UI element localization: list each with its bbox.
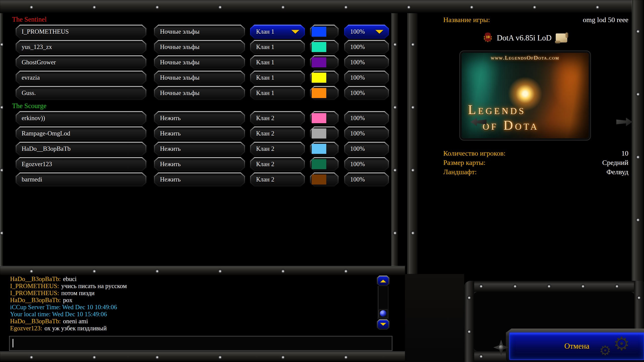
gear-icon: ⚙10 [483,32,493,43]
player-color-swatch [312,57,326,67]
player-name-slot: Guss. [16,86,146,100]
player-color-button [310,142,339,156]
map-size-value: Средний [602,158,628,167]
chat-line-system: Your local time: Wed Dec 10 15:49:06 [10,311,372,318]
map-preview-frame: www.LegendsOfDota.com Legends of Dota [459,51,591,141]
player-race-slot: Нежить [154,157,245,171]
map-info-block: Количество игроков: 10 Размер карты: Сре… [418,149,632,176]
chat-line: I_PROMETHEUS:потом пизди [10,290,372,297]
chat-line: I_PROMETHEUS:учись писать на русском [10,283,372,290]
gear-decoration-icon: ⚙ [613,333,630,354]
player-row: Egozver123 Нежить Клан 2 100% [10,157,390,171]
handicap-slot: 100% [344,111,389,125]
player-row: barmedi Нежить Клан 2 100% [10,172,390,187]
player-color-button [310,71,339,85]
player-name-slot: evrazia [16,71,146,85]
player-count-label: Количество игроков: [443,149,505,158]
handicap-slot: 100% [344,55,389,69]
map-preview-title-line2: of Dota [483,118,539,133]
player-color-swatch [312,27,326,37]
team-slot: Клан 2 [250,126,305,141]
terrain-row: Ландшафт: Фелвуд [418,167,632,176]
team-slot: Клан 1 [250,55,305,69]
player-race-slot: Ночные эльфы [154,55,245,69]
chat-input[interactable] [9,336,392,351]
player-name-slot: HaDo__B3opBaTb [16,142,146,156]
scrollbar-orb [380,310,386,317]
map-size-row: Размер карты: Средний [418,158,632,167]
handicap-dropdown[interactable]: 100% [344,25,389,39]
handicap-slot: 100% [344,86,389,100]
gear-decoration-icon: ⚙ [599,343,611,358]
game-info-panel: Название игры: omg lod 50 reee ⚙10 DotA … [418,15,632,176]
handicap-slot: 100% [344,172,389,187]
top-frame-bar [0,0,644,13]
handicap-slot: 100% [344,142,389,156]
player-row: yus_123_zx Ночные эльфы Клан 1 100% [10,40,390,54]
chevron-down-icon [375,30,383,34]
player-color-button [310,40,339,54]
map-size-label: Размер карты: [443,158,486,167]
chevron-down-icon [291,30,299,34]
team-dropdown[interactable]: Клан 1 [250,25,305,39]
player-race-slot: Нежить [154,142,245,156]
player-name-slot: Egozver123 [16,157,146,171]
game-name-row: Название игры: omg lod 50 reee [418,15,632,24]
text-cursor [13,339,13,347]
terrain-value: Фелвуд [607,167,628,176]
panel-top-rivets [464,281,644,292]
handicap-slot: 100% [344,157,389,171]
map-preview-url-text: www.LegendsOfDota.com [462,55,589,61]
player-color-button [310,55,339,69]
player-row: Guss. Ночные эльфы Клан 1 100% [10,86,390,100]
player-race-slot: Ночные эльфы [154,86,245,100]
player-name-slot: barmedi [16,172,146,187]
map-title: DotA v6.85i LoD [497,33,552,42]
player-color-swatch [312,159,326,169]
team-slot: Клан 2 [250,157,305,171]
chat-scrollbar[interactable] [377,276,389,330]
chat-line: HaDo__B3opBaTb:pox [10,297,372,304]
team-header-scourge: The Scourge [10,102,390,111]
cancel-panel-frame: Отмена ⚙ ⚙ [464,281,644,362]
player-name-slot: yus_123_zx [16,40,146,54]
player-count-row: Количество игроков: 10 [418,149,632,158]
chat-line: Egozver123:ох уж узбек пиздливый [10,325,372,332]
player-color-swatch [312,113,326,123]
scroll-down-button[interactable] [377,319,389,330]
panel-left-rivets [464,281,474,362]
player-race-slot: Ночные эльфы [154,25,245,39]
player-row: erkinov)) Нежить Клан 2 100% [10,111,390,125]
bottom-middle-filler [405,274,464,362]
team-slot: Клан 2 [250,172,305,187]
player-count-value: 10 [621,149,628,158]
team-slot: Клан 1 [250,40,305,54]
chat-line: HaDo__B3opBaTb:ebuci [10,276,372,283]
team-slot: Клан 1 [250,86,305,100]
team-slot: Клан 2 [250,142,305,156]
map-title-row: ⚙10 DotA v6.85i LoD [418,31,632,45]
cancel-panel-interior: Отмена ⚙ ⚙ [474,292,634,351]
player-row: GhostGrower Ночные эльфы Клан 1 100% [10,55,390,69]
handicap-slot: 100% [344,126,389,141]
player-row: I_PROMETHEUS Ночные эльфы Клан 1 100% [10,25,390,39]
player-name-slot: Rampage-OmgLod [16,126,146,141]
player-color-swatch [312,174,326,185]
chat-line-system: iCCup Server Time: Wed Dec 10 10:49:06 [10,304,372,311]
map-preview-title-line1: Legends [468,102,526,117]
team-slot: Клан 1 [250,71,305,85]
player-color-button [310,86,339,100]
player-color-button[interactable] [310,25,339,39]
player-race-slot: Нежить [154,111,245,125]
team-slot: Клан 2 [250,111,305,125]
scroll-up-button[interactable] [377,276,389,286]
player-row: Rampage-OmgLod Нежить Клан 2 100% [10,126,390,141]
handicap-slot: 100% [344,40,389,54]
player-race-slot: Нежить [154,172,245,187]
player-name-slot: GhostGrower [16,55,146,69]
game-name-value: omg lod 50 reee [583,15,628,24]
player-race-slot: Ночные эльфы [154,40,245,54]
lobby-slots-panel: The Sentinel I_PROMETHEUS Ночные эльфы К… [10,16,390,188]
player-color-swatch [312,88,326,98]
scrollbar-thumb[interactable] [379,309,388,318]
